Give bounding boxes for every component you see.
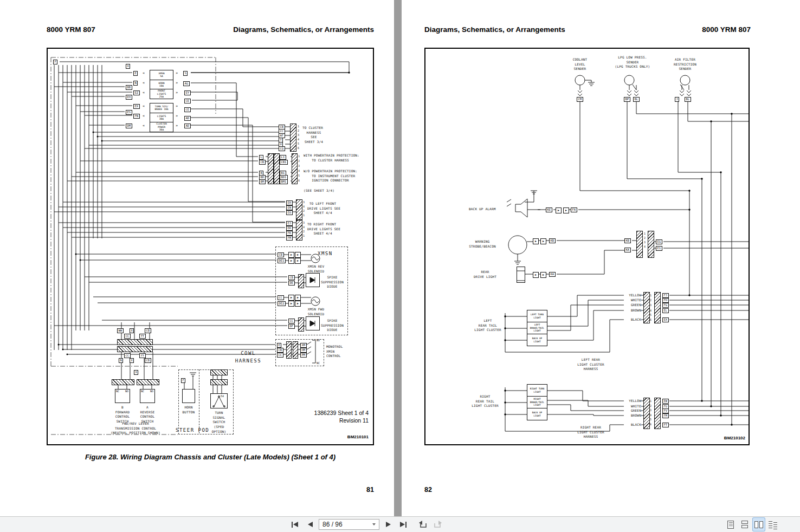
harness-note: WITH POWERTRAIN PROTECTION: TO CLUSTER H… — [304, 153, 359, 163]
diode-icon: ▸ — [533, 272, 539, 278]
continuous-facing-layout-button[interactable] — [766, 517, 779, 531]
connector-strip — [290, 124, 296, 152]
wire-tag: X — [130, 358, 134, 363]
wire-tag: CB — [288, 275, 295, 280]
drawing-number: BM210102 — [680, 436, 745, 440]
manual-page-81: 8000 YRM 807 Diagrams, Schematics, or Ar… — [0, 0, 394, 516]
wire-tag: J — [675, 97, 679, 102]
last-page-icon — [400, 522, 405, 527]
wire-color-label: BLACK — [624, 423, 641, 427]
connector-strip — [117, 346, 153, 352]
wire-tag: KB — [624, 238, 631, 243]
wire-tag: S — [183, 71, 188, 76]
chevron-down-icon[interactable] — [372, 523, 376, 525]
wire-tag: CB — [145, 358, 151, 363]
continuous-layout-button[interactable] — [738, 517, 751, 531]
wire-tag: YY — [139, 353, 146, 358]
fuse-label: HORN 10A — [150, 80, 173, 89]
viewer-toolbar: 86 / 96 89. — [0, 516, 800, 532]
component-label: SPIKE SUPPRESSION DIODE — [319, 275, 346, 289]
wire-tag: N — [119, 358, 123, 363]
wire-tag: F — [181, 378, 185, 383]
wire-tag: CB1 — [280, 160, 288, 165]
cluster-row-label: LEFT TURN LIGHT — [527, 310, 547, 322]
wire-tag: EZ — [133, 90, 140, 95]
first-page-icon — [292, 522, 293, 528]
fuse-block-lower: TURN SIG/ BRAKE 10A LIGHTS 30A CLUSTER P… — [150, 103, 173, 132]
pin-number: 4 — [298, 169, 300, 172]
pin-number: 4 — [303, 225, 305, 229]
wire-color-label: YELLOW — [624, 293, 641, 298]
wire-tag: BM — [259, 179, 266, 184]
wire-tag: ES — [126, 110, 132, 115]
fuse-label: LIGHTS 30A — [150, 113, 173, 122]
page-number-value: 86 / 96 — [322, 521, 343, 528]
pdf-viewer: { "app": { "toolbar": { "page_input": "8… — [0, 0, 800, 532]
next-view-button[interactable] — [431, 518, 444, 530]
pin-number: 4 — [644, 245, 646, 248]
connector-strip — [296, 220, 302, 241]
wire-tag: EH — [126, 95, 132, 100]
diode-icon: ▸ — [295, 252, 301, 258]
wire-tag: CB — [259, 160, 266, 165]
first-page-button[interactable] — [288, 518, 301, 530]
diode-icon: ▸ — [540, 272, 546, 278]
wire-tag: EL — [662, 308, 669, 313]
pin-number: 2 — [298, 129, 299, 132]
wire-tag: FH — [662, 298, 669, 303]
connector-strip — [293, 341, 298, 359]
diode-icon: ▸ — [295, 301, 301, 307]
cluster-row-label: LEFT BRAKE/TAIL LIGHT — [527, 322, 547, 334]
wire-tag: FT — [662, 423, 669, 427]
left-cluster-box: LEFT TURN LIGHT LEFT BRAKE/TAIL LIGHT BA… — [527, 310, 547, 346]
previous-page-button[interactable] — [304, 518, 317, 530]
arrow-out-icon: » — [176, 81, 178, 85]
wire-tag: CE — [184, 99, 191, 103]
diode-icon: ▸ — [295, 295, 301, 301]
wire-tag: FV — [662, 408, 669, 413]
harness-note: (SEE SHEET 3/4) — [304, 189, 334, 193]
wire-tag: WW — [117, 328, 124, 333]
wire-tag: DE2 — [278, 301, 286, 306]
wire-tag: CB — [277, 348, 283, 353]
harness-note: TO RIGHT FRONT DRIVE LIGHTS SEE SHEET 4/… — [307, 222, 340, 236]
page-number-input[interactable]: 86 / 96 — [319, 519, 379, 530]
next-page-icon — [386, 522, 391, 527]
next-page-button[interactable] — [382, 518, 395, 530]
cluster-row-label: RIGHT BRAKE/TAIL LIGHT — [527, 396, 547, 408]
page-number: 81 — [366, 486, 374, 494]
page-header-section: Diagrams, Schematics, or Arrangements — [424, 25, 565, 34]
wire-tag: CB — [145, 328, 151, 333]
continuous-facing-icon — [773, 522, 777, 529]
single-page-layout-button[interactable] — [724, 517, 737, 531]
facing-pages-layout-button[interactable] — [752, 517, 765, 531]
connector-strip — [292, 153, 298, 184]
pin-number: 4 — [650, 413, 651, 417]
fuse-label: XMSN 5A — [150, 70, 173, 80]
wire-tag: PM — [300, 353, 307, 358]
harness-note: W/O POWERTRAIN PROTECTION: TO INSTRUMENT… — [304, 169, 357, 183]
diode-icon: ▸ — [288, 295, 294, 301]
wire-tag: AD — [184, 116, 191, 121]
cluster-row-label: BACK UP LIGHT — [527, 334, 547, 346]
wire-tag: EJ — [286, 221, 293, 226]
pin-number: 1 — [650, 294, 651, 297]
page-header-section: Diagrams, Schematics, or Arrangements — [233, 25, 374, 34]
wire-tag: FG — [662, 303, 669, 308]
page-number: 82 — [424, 486, 432, 494]
diode-icon: ▸ — [288, 252, 294, 258]
wire-tag: FJ — [662, 293, 669, 298]
connector-strip — [654, 398, 661, 429]
wiring-diagram-sheet1: F XMSN 5A HORN 10A FRONT LIGHTS 25A TURN… — [47, 48, 374, 445]
wire-tag: BP — [624, 97, 630, 102]
wire-color-label: GREEN — [624, 408, 641, 413]
pin-number: 2 — [650, 299, 651, 302]
wire-tag: DF — [288, 324, 295, 329]
pin-number: 5 — [298, 142, 299, 145]
connector-strip — [137, 379, 159, 385]
connector-strip — [654, 292, 661, 323]
connector-strip — [117, 339, 153, 345]
last-page-button[interactable] — [397, 518, 410, 530]
previous-view-button[interactable] — [416, 518, 429, 530]
terminal-label: 54 — [221, 394, 224, 398]
